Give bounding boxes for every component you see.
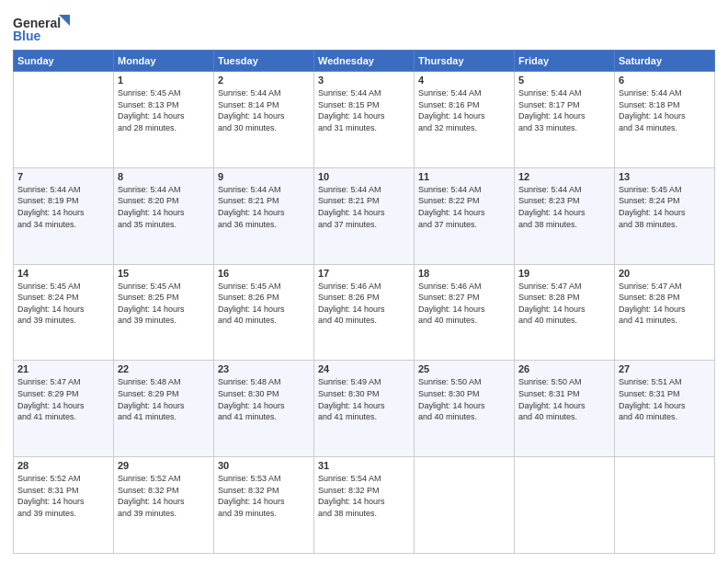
calendar-cell: 3Sunrise: 5:44 AM Sunset: 8:15 PM Daylig… bbox=[314, 72, 415, 168]
weekday-header-thursday: Thursday bbox=[415, 51, 515, 72]
calendar-cell: 6Sunrise: 5:44 AM Sunset: 8:18 PM Daylig… bbox=[615, 72, 715, 168]
calendar-cell: 17Sunrise: 5:46 AM Sunset: 8:26 PM Dayli… bbox=[314, 264, 415, 361]
calendar-cell bbox=[415, 457, 515, 554]
calendar-cell: 1Sunrise: 5:45 AM Sunset: 8:13 PM Daylig… bbox=[114, 72, 214, 168]
day-number: 31 bbox=[318, 460, 410, 471]
day-number: 2 bbox=[218, 75, 310, 86]
calendar-cell: 21Sunrise: 5:47 AM Sunset: 8:29 PM Dayli… bbox=[14, 361, 114, 457]
day-info: Sunrise: 5:44 AM Sunset: 8:15 PM Dayligh… bbox=[318, 87, 410, 133]
weekday-header-monday: Monday bbox=[114, 51, 214, 72]
calendar-cell: 18Sunrise: 5:46 AM Sunset: 8:27 PM Dayli… bbox=[415, 264, 515, 361]
calendar-cell: 26Sunrise: 5:50 AM Sunset: 8:31 PM Dayli… bbox=[515, 361, 615, 457]
calendar-cell: 9Sunrise: 5:44 AM Sunset: 8:21 PM Daylig… bbox=[214, 167, 314, 264]
calendar-week-2: 7Sunrise: 5:44 AM Sunset: 8:19 PM Daylig… bbox=[14, 167, 715, 264]
day-info: Sunrise: 5:44 AM Sunset: 8:21 PM Dayligh… bbox=[218, 184, 310, 230]
calendar-cell: 27Sunrise: 5:51 AM Sunset: 8:31 PM Dayli… bbox=[615, 361, 715, 457]
day-number: 26 bbox=[518, 363, 610, 374]
day-number: 28 bbox=[17, 460, 109, 471]
calendar-week-5: 28Sunrise: 5:52 AM Sunset: 8:31 PM Dayli… bbox=[14, 457, 715, 554]
calendar-week-4: 21Sunrise: 5:47 AM Sunset: 8:29 PM Dayli… bbox=[14, 361, 715, 457]
calendar-cell: 24Sunrise: 5:49 AM Sunset: 8:30 PM Dayli… bbox=[314, 361, 415, 457]
header: GeneralBlue bbox=[13, 9, 715, 46]
calendar-cell: 31Sunrise: 5:54 AM Sunset: 8:32 PM Dayli… bbox=[314, 457, 415, 554]
day-info: Sunrise: 5:52 AM Sunset: 8:32 PM Dayligh… bbox=[118, 473, 210, 519]
day-info: Sunrise: 5:46 AM Sunset: 8:27 PM Dayligh… bbox=[418, 281, 510, 327]
day-number: 24 bbox=[318, 363, 410, 374]
calendar-cell: 8Sunrise: 5:44 AM Sunset: 8:20 PM Daylig… bbox=[114, 167, 214, 264]
day-number: 12 bbox=[518, 171, 610, 182]
logo: GeneralBlue bbox=[13, 13, 77, 46]
day-number: 29 bbox=[118, 460, 210, 471]
day-number: 20 bbox=[619, 268, 711, 279]
svg-text:Blue: Blue bbox=[13, 29, 41, 43]
calendar-week-1: 1Sunrise: 5:45 AM Sunset: 8:13 PM Daylig… bbox=[14, 72, 715, 168]
calendar-cell: 16Sunrise: 5:45 AM Sunset: 8:26 PM Dayli… bbox=[214, 264, 314, 361]
day-info: Sunrise: 5:44 AM Sunset: 8:23 PM Dayligh… bbox=[518, 184, 610, 230]
calendar-body: 1Sunrise: 5:45 AM Sunset: 8:13 PM Daylig… bbox=[14, 72, 715, 554]
day-info: Sunrise: 5:45 AM Sunset: 8:24 PM Dayligh… bbox=[619, 184, 711, 230]
day-info: Sunrise: 5:44 AM Sunset: 8:21 PM Dayligh… bbox=[318, 184, 410, 230]
day-info: Sunrise: 5:48 AM Sunset: 8:29 PM Dayligh… bbox=[118, 376, 210, 422]
day-info: Sunrise: 5:45 AM Sunset: 8:24 PM Dayligh… bbox=[17, 281, 109, 327]
day-number: 4 bbox=[418, 75, 510, 86]
day-number: 11 bbox=[418, 171, 510, 182]
day-number: 13 bbox=[619, 171, 711, 182]
day-number: 10 bbox=[318, 171, 410, 182]
calendar-cell: 14Sunrise: 5:45 AM Sunset: 8:24 PM Dayli… bbox=[14, 264, 114, 361]
day-info: Sunrise: 5:44 AM Sunset: 8:16 PM Dayligh… bbox=[418, 87, 510, 133]
day-number: 30 bbox=[218, 460, 310, 471]
calendar-cell: 23Sunrise: 5:48 AM Sunset: 8:30 PM Dayli… bbox=[214, 361, 314, 457]
calendar-cell bbox=[14, 72, 114, 168]
day-number: 25 bbox=[418, 363, 510, 374]
day-number: 27 bbox=[619, 363, 711, 374]
day-number: 17 bbox=[318, 268, 410, 279]
day-info: Sunrise: 5:47 AM Sunset: 8:29 PM Dayligh… bbox=[17, 376, 109, 422]
calendar-cell: 10Sunrise: 5:44 AM Sunset: 8:21 PM Dayli… bbox=[314, 167, 415, 264]
day-number: 18 bbox=[418, 268, 510, 279]
calendar-cell: 28Sunrise: 5:52 AM Sunset: 8:31 PM Dayli… bbox=[14, 457, 114, 554]
day-info: Sunrise: 5:44 AM Sunset: 8:17 PM Dayligh… bbox=[518, 87, 610, 133]
weekday-header-sunday: Sunday bbox=[14, 51, 114, 72]
day-number: 5 bbox=[518, 75, 610, 86]
day-number: 7 bbox=[17, 171, 109, 182]
day-info: Sunrise: 5:44 AM Sunset: 8:20 PM Dayligh… bbox=[118, 184, 210, 230]
day-number: 8 bbox=[118, 171, 210, 182]
day-info: Sunrise: 5:50 AM Sunset: 8:31 PM Dayligh… bbox=[518, 376, 610, 422]
calendar-cell: 7Sunrise: 5:44 AM Sunset: 8:19 PM Daylig… bbox=[14, 167, 114, 264]
calendar-cell: 13Sunrise: 5:45 AM Sunset: 8:24 PM Dayli… bbox=[615, 167, 715, 264]
day-info: Sunrise: 5:45 AM Sunset: 8:13 PM Dayligh… bbox=[118, 87, 210, 133]
day-info: Sunrise: 5:54 AM Sunset: 8:32 PM Dayligh… bbox=[318, 473, 410, 519]
day-info: Sunrise: 5:50 AM Sunset: 8:30 PM Dayligh… bbox=[418, 376, 510, 422]
calendar-cell: 19Sunrise: 5:47 AM Sunset: 8:28 PM Dayli… bbox=[515, 264, 615, 361]
day-info: Sunrise: 5:46 AM Sunset: 8:26 PM Dayligh… bbox=[318, 281, 410, 327]
calendar-cell: 20Sunrise: 5:47 AM Sunset: 8:28 PM Dayli… bbox=[615, 264, 715, 361]
calendar-cell: 4Sunrise: 5:44 AM Sunset: 8:16 PM Daylig… bbox=[415, 72, 515, 168]
day-info: Sunrise: 5:44 AM Sunset: 8:22 PM Dayligh… bbox=[418, 184, 510, 230]
calendar-cell: 29Sunrise: 5:52 AM Sunset: 8:32 PM Dayli… bbox=[114, 457, 214, 554]
day-number: 15 bbox=[118, 268, 210, 279]
day-info: Sunrise: 5:49 AM Sunset: 8:30 PM Dayligh… bbox=[318, 376, 410, 422]
day-number: 9 bbox=[218, 171, 310, 182]
day-info: Sunrise: 5:44 AM Sunset: 8:18 PM Dayligh… bbox=[619, 87, 711, 133]
calendar-cell bbox=[615, 457, 715, 554]
page: GeneralBlue SundayMondayTuesdayWednesday… bbox=[0, 0, 728, 563]
weekday-header-row: SundayMondayTuesdayWednesdayThursdayFrid… bbox=[14, 51, 715, 72]
day-info: Sunrise: 5:48 AM Sunset: 8:30 PM Dayligh… bbox=[218, 376, 310, 422]
day-number: 22 bbox=[118, 363, 210, 374]
calendar-week-3: 14Sunrise: 5:45 AM Sunset: 8:24 PM Dayli… bbox=[14, 264, 715, 361]
weekday-header-wednesday: Wednesday bbox=[314, 51, 415, 72]
day-info: Sunrise: 5:47 AM Sunset: 8:28 PM Dayligh… bbox=[518, 281, 610, 327]
calendar-cell: 15Sunrise: 5:45 AM Sunset: 8:25 PM Dayli… bbox=[114, 264, 214, 361]
day-number: 16 bbox=[218, 268, 310, 279]
day-number: 21 bbox=[17, 363, 109, 374]
calendar-cell: 11Sunrise: 5:44 AM Sunset: 8:22 PM Dayli… bbox=[415, 167, 515, 264]
day-number: 6 bbox=[619, 75, 711, 86]
calendar-cell: 12Sunrise: 5:44 AM Sunset: 8:23 PM Dayli… bbox=[515, 167, 615, 264]
day-info: Sunrise: 5:53 AM Sunset: 8:32 PM Dayligh… bbox=[218, 473, 310, 519]
calendar-header: SundayMondayTuesdayWednesdayThursdayFrid… bbox=[14, 51, 715, 72]
calendar-cell: 22Sunrise: 5:48 AM Sunset: 8:29 PM Dayli… bbox=[114, 361, 214, 457]
day-number: 19 bbox=[518, 268, 610, 279]
logo-svg: GeneralBlue bbox=[13, 13, 77, 46]
calendar-cell: 30Sunrise: 5:53 AM Sunset: 8:32 PM Dayli… bbox=[214, 457, 314, 554]
calendar-cell: 2Sunrise: 5:44 AM Sunset: 8:14 PM Daylig… bbox=[214, 72, 314, 168]
